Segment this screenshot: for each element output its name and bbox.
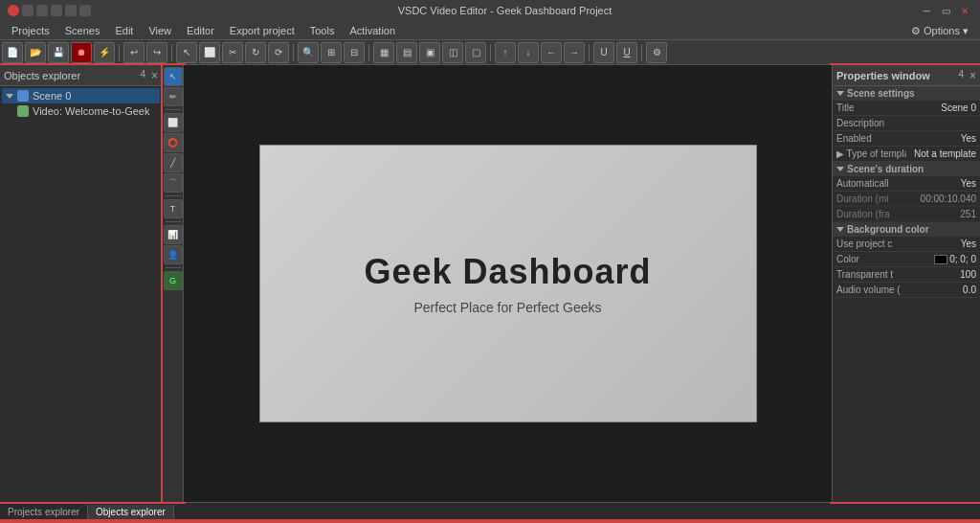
video-label: Video: Welcome-to-Geek [33, 105, 149, 117]
props-use-project-value: Yes [906, 239, 976, 249]
open-button[interactable]: 📂 [25, 42, 46, 63]
new-button[interactable]: 📄 [2, 42, 23, 63]
tb-extra9[interactable]: → [564, 42, 585, 63]
rotate-tool[interactable]: ↻ [245, 42, 266, 63]
tb-extra4[interactable]: ◫ [442, 42, 463, 63]
props-enabled-row: Enabled Yes [833, 131, 980, 147]
props-title-label: Title [836, 102, 906, 113]
tb-extra6[interactable]: ↑ [495, 42, 516, 63]
props-template-row: ▶ Type of templat Not a template [833, 147, 980, 162]
menu-tools[interactable]: Tools [302, 21, 343, 40]
vtb-select[interactable]: ↖ [164, 67, 183, 86]
properties-panel: Properties window 4 × Scene settings Tit… [832, 65, 980, 502]
sep3 [293, 44, 294, 61]
vtb-ellipse[interactable]: ⭕ [164, 133, 183, 152]
props-color-value: 0; 0; 0 [906, 254, 976, 264]
grid-tool[interactable]: ⊟ [344, 42, 365, 63]
vtb-sep1 [166, 109, 181, 110]
menu-editor[interactable]: Editor [179, 21, 222, 40]
scene-expand-icon [836, 91, 844, 96]
objects-tree: Scene 0 Video: Welcome-to-Geek [0, 86, 162, 502]
color-swatch[interactable] [934, 255, 947, 264]
app-icon3 [51, 5, 62, 16]
vtb-curve[interactable]: ⌒ [164, 173, 183, 193]
props-duration-ms-row: Duration (mi 00:00:10.040 [833, 192, 980, 207]
vtb-pencil[interactable]: ✏ [164, 87, 183, 106]
menu-activation[interactable]: Activation [342, 21, 403, 40]
tb-extra8[interactable]: ← [541, 42, 562, 63]
close-button[interactable]: ✕ [957, 4, 972, 17]
preview-canvas: Geek Dashboard Perfect Place for Perfect… [259, 145, 757, 422]
objects-explorer-header: Objects explorer 4 × [0, 65, 162, 86]
tab-projects-explorer[interactable]: Projects explorer [0, 505, 88, 519]
vtb-sep2 [166, 195, 181, 196]
props-pin-button[interactable]: 4 [958, 69, 964, 82]
toolbar: 📄 📂 💾 ⏺ ⚡ ↩ ↪ ↖ ⬜ ✂ ↻ ⟳ 🔍 ⊞ ⊟ ▦ ▤ ▣ ◫ ▢ … [0, 40, 980, 65]
sep1 [119, 44, 120, 61]
color-value-text: 0; 0; 0 [949, 254, 976, 264]
vtb-rect[interactable]: ⬜ [164, 113, 183, 132]
props-duration-fr-value: 251 [906, 209, 976, 219]
props-color-row: Color 0; 0; 0 [833, 252, 980, 267]
tb-extra11[interactable]: U [616, 42, 637, 63]
record-button[interactable]: ⏺ [71, 42, 92, 63]
app-title: VSDC Video Editor - Geek Dashboard Proje… [91, 5, 919, 16]
app-icon5 [79, 5, 91, 16]
redo-button[interactable]: ↪ [146, 42, 167, 63]
menu-scenes[interactable]: Scenes [57, 21, 108, 40]
tb-extra10[interactable]: U [593, 42, 614, 63]
tb-extra3[interactable]: ▣ [419, 42, 440, 63]
undo-button[interactable]: ↩ [123, 42, 145, 63]
scene-duration-label: Scene's duration [847, 164, 924, 174]
menubar: Projects Scenes Edit View Editor Export … [0, 21, 980, 40]
tree-item-scene0[interactable]: Scene 0 [2, 88, 160, 103]
props-template-value: Not a template [906, 148, 976, 159]
props-description-label: Description [836, 118, 906, 128]
app-icon-red [8, 5, 19, 16]
props-header-controls[interactable]: 4 × [958, 69, 976, 82]
tab-objects-explorer[interactable]: Objects explorer [88, 505, 174, 519]
tree-item-video[interactable]: Video: Welcome-to-Geek [2, 103, 160, 119]
select-tool[interactable]: ⬜ [199, 42, 220, 63]
vtb-line[interactable]: ╱ [164, 153, 183, 172]
vtb-text[interactable]: T [164, 199, 183, 218]
sep7 [641, 44, 642, 61]
menu-export[interactable]: Export project [222, 21, 302, 40]
objects-explorer-panel: Objects explorer 4 × Scene 0 Video: Welc… [0, 65, 163, 502]
maximize-button[interactable]: ▭ [938, 4, 953, 17]
tb-extra1[interactable]: ▦ [373, 42, 394, 63]
scene-duration-section: Scene's duration Automaticall Yes Durati… [833, 162, 980, 222]
panel-controls[interactable]: 4 × [140, 69, 158, 82]
scene-duration-header[interactable]: Scene's duration [833, 162, 980, 176]
cursor-tool[interactable]: ↖ [176, 42, 197, 63]
settings-button[interactable]: ⚙ [646, 42, 667, 63]
app-icon4 [65, 5, 77, 16]
menu-edit[interactable]: Edit [107, 21, 141, 40]
pin-button[interactable]: 4 [140, 69, 145, 82]
bg-color-header[interactable]: Background color [833, 222, 980, 237]
zoom-in[interactable]: 🔍 [298, 42, 319, 63]
objects-explorer-title: Objects explorer [4, 70, 80, 81]
save-button[interactable]: 💾 [48, 42, 69, 63]
menu-view[interactable]: View [141, 21, 179, 40]
zoom-fit[interactable]: ⊞ [321, 42, 342, 63]
scene-settings-header[interactable]: Scene settings [833, 86, 980, 101]
tb-extra2[interactable]: ▤ [396, 42, 417, 63]
tb-extra5[interactable]: ▢ [465, 42, 486, 63]
cut-tool[interactable]: ✂ [222, 42, 243, 63]
vtb-chart[interactable]: 📊 [164, 225, 183, 244]
minimize-button[interactable]: ─ [919, 4, 934, 17]
properties-content: Scene settings Title Scene 0 Description… [833, 86, 980, 502]
canvas-title: Geek Dashboard [364, 252, 651, 292]
menu-projects[interactable]: Projects [4, 21, 57, 40]
props-close-button[interactable]: × [969, 69, 976, 82]
vtb-sep3 [166, 221, 181, 222]
quick-save[interactable]: ⚡ [94, 42, 115, 63]
tb-extra7[interactable]: ↓ [518, 42, 539, 63]
menu-options[interactable]: ⚙ Options ▾ [903, 21, 976, 40]
flip-tool[interactable]: ⟳ [268, 42, 289, 63]
vtb-green[interactable]: G [164, 271, 183, 290]
window-controls[interactable]: ─ ▭ ✕ [919, 4, 972, 17]
close-panel-button[interactable]: × [151, 69, 158, 82]
vtb-figure[interactable]: 👤 [164, 245, 183, 264]
